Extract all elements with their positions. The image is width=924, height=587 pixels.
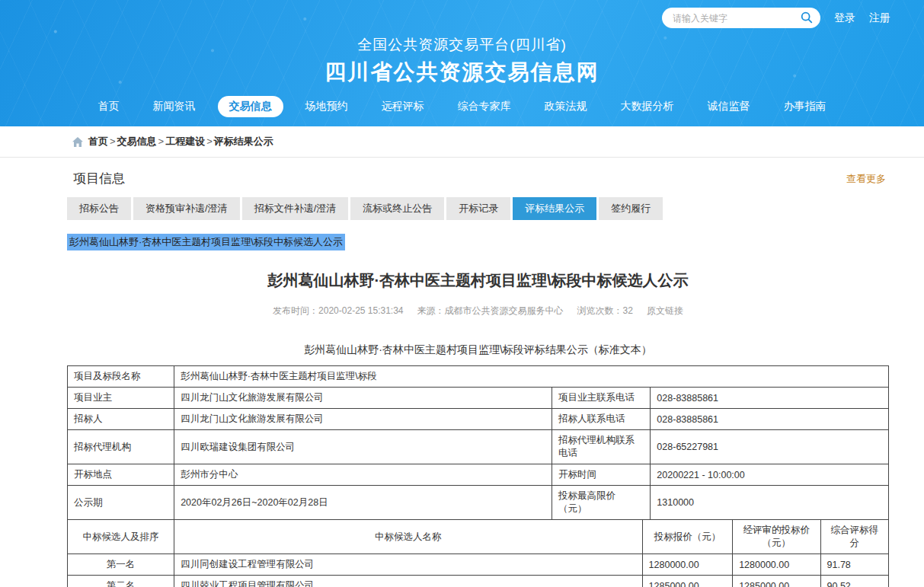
table-cell: 投标报价（元） [642, 520, 733, 554]
table-cell: 2020年02月26日~2020年02月28日 [174, 486, 552, 520]
search-input[interactable] [673, 13, 798, 24]
breadcrumb-items: 首页>交易信息>工程建设>评标结果公示 [88, 135, 273, 148]
table-cell: 经评审的投标价（元） [733, 520, 820, 554]
tab-bar: 招标公告资格预审补遗/澄清招标文件补遗/澄清流标或终止公告开标记录评标结果公示签… [67, 197, 889, 220]
breadcrumb-item-2[interactable]: 交易信息 [117, 136, 157, 147]
nav-item-4[interactable]: 场地预约 [294, 96, 360, 117]
nav-item-10[interactable]: 办事指南 [772, 96, 838, 117]
table-cell: 028-83885861 [651, 409, 889, 430]
table-row-9: 第二名四川兢业工程项目管理有限公司1285000.001285000.0090.… [68, 576, 889, 587]
table-cell: 彭州葛仙山林野·杏林中医主题村项目监理\标段 [174, 366, 889, 388]
table-cell: 四川欧瑞建设集团有限公司 [174, 430, 552, 464]
nav-item-9[interactable]: 诚信监督 [696, 96, 762, 117]
table-cell: 四川龙门山文化旅游发展有限公司 [174, 388, 552, 409]
platform-title: 全国公共资源交易平台(四川省) [0, 35, 924, 55]
table-cell: 第二名 [68, 576, 174, 587]
header-top: 登录 注册 [0, 0, 924, 28]
table-cell: 彭州市分中心 [174, 464, 552, 486]
breadcrumb-separator: > [158, 136, 165, 147]
login-link[interactable]: 登录 [834, 11, 855, 25]
table-row-6: 公示期2020年02月26日~2020年02月28日投标最高限价（元）13100… [68, 486, 889, 520]
table-cell: 1280000.00 [733, 554, 820, 576]
breadcrumb-item-3[interactable]: 工程建设 [165, 136, 205, 147]
table-cell: 028-65227981 [651, 430, 889, 464]
breadcrumb: 首页>交易信息>工程建设>评标结果公示 [0, 126, 924, 158]
article-meta: 发布时间：2020-02-25 15:31:34来源：成都市公共资源交易服务中心… [67, 305, 889, 317]
site-header: 登录 注册 全国公共资源交易平台(四川省) 四川省公共资源交易信息网 首页新闻资… [0, 0, 924, 126]
breadcrumb-separator: > [110, 136, 116, 147]
table-cell: 中标候选人及排序 [68, 520, 174, 554]
view-more-link[interactable]: 查看更多 [846, 172, 886, 186]
breadcrumb-separator: > [206, 136, 213, 147]
breadcrumb-item-4[interactable]: 评标结果公示 [214, 136, 273, 147]
table-cell: 20200221 - 10:00:00 [651, 464, 889, 486]
table-row-7: 中标候选人及排序中标候选人名称投标报价（元）经评审的投标价（元）综合评标得分 [68, 520, 889, 554]
table-cell: 四川龙门山文化旅游发展有限公司 [174, 409, 552, 430]
table-row-8: 第一名四川同创建设工程管理有限公司1280000.001280000.0091.… [68, 554, 889, 576]
table-title: 彭州葛仙山林野·杏林中医主题村项目监理\标段评标结果公示（标准文本） [67, 343, 889, 357]
table-cell: 90.52 [820, 576, 889, 587]
table-cell: 项目业主联系电话 [552, 388, 651, 409]
table-cell: 1285000.00 [642, 576, 733, 587]
table-cell: 1285000.00 [733, 576, 820, 587]
table-cell: 招标代理机构 [68, 430, 174, 464]
table-cell: 开标时间 [552, 464, 651, 486]
meta-item-1: 发布时间：2020-02-25 15:31:34 [273, 305, 403, 316]
table-cell: 中标候选人名称 [174, 520, 642, 554]
nav-item-6[interactable]: 综合专家库 [446, 96, 523, 117]
table-cell: 项目业主 [68, 388, 174, 409]
table-cell: 招标人联系电话 [552, 409, 651, 430]
table-cell: 028-83885861 [651, 388, 889, 409]
table-row-5: 开标地点彭州市分中心开标时间20200221 - 10:00:00 [68, 464, 889, 486]
table-cell: 项目及标段名称 [68, 366, 174, 388]
table-cell: 91.78 [820, 554, 889, 576]
meta-item-3: 浏览次数：32 [577, 305, 633, 316]
home-icon[interactable] [72, 136, 84, 148]
main-nav: 首页新闻资讯交易信息场地预约远程评标综合专家库政策法规大数据分析诚信监督办事指南 [0, 96, 924, 117]
table-cell: 1280000.00 [642, 554, 733, 576]
original-link[interactable]: 原文链接 [647, 305, 683, 316]
table-cell: 四川同创建设工程管理有限公司 [174, 554, 642, 576]
table-row-2: 项目业主四川龙门山文化旅游发展有限公司项目业主联系电话028-83885861 [68, 388, 889, 409]
nav-item-2[interactable]: 新闻资讯 [142, 96, 207, 117]
tab-1[interactable]: 招标公告 [67, 197, 131, 220]
page-title: 项目信息 [73, 170, 125, 187]
table-row-4: 招标代理机构四川欧瑞建设集团有限公司招标代理机构联系电话028-65227981 [68, 430, 889, 464]
nav-item-7[interactable]: 政策法规 [533, 96, 599, 117]
table-cell: 招标人 [68, 409, 174, 430]
main-content: 项目信息 查看更多 招标公告资格预审补遗/澄清招标文件补遗/澄清流标或终止公告开… [67, 170, 889, 587]
selected-announcement-item[interactable]: 彭州葛仙山林野·杏林中医主题村项目监理\标段中标候选人公示 [67, 234, 345, 250]
table-row-1: 项目及标段名称彭州葛仙山林野·杏林中医主题村项目监理\标段 [68, 366, 889, 388]
table-row-3: 招标人四川龙门山文化旅游发展有限公司招标人联系电话028-83885861 [68, 409, 889, 430]
tab-3[interactable]: 招标文件补遗/澄清 [242, 197, 349, 220]
meta-item-2: 来源：成都市公共资源交易服务中心 [417, 305, 564, 316]
table-cell: 投标最高限价（元） [552, 486, 651, 520]
site-title: 四川省公共资源交易信息网 [0, 58, 924, 87]
table-cell: 综合评标得分 [820, 520, 889, 554]
table-cell: 第一名 [68, 554, 174, 576]
table-cell: 四川兢业工程项目管理有限公司 [174, 576, 642, 587]
tab-7[interactable]: 签约履行 [599, 197, 663, 220]
tab-5[interactable]: 开标记录 [446, 197, 510, 220]
tab-4[interactable]: 流标或终止公告 [350, 197, 444, 220]
tab-6[interactable]: 评标结果公示 [513, 197, 596, 220]
nav-item-3[interactable]: 交易信息 [218, 96, 283, 117]
table-cell: 开标地点 [68, 464, 174, 486]
table-cell: 1310000 [651, 486, 889, 520]
breadcrumb-item-1[interactable]: 首页 [88, 136, 108, 147]
search-icon[interactable] [800, 11, 814, 24]
result-table: 项目及标段名称彭州葛仙山林野·杏林中医主题村项目监理\标段项目业主四川龙门山文化… [67, 365, 889, 587]
nav-item-8[interactable]: 大数据分析 [609, 96, 686, 117]
tab-2[interactable]: 资格预审补遗/澄清 [133, 197, 240, 220]
table-cell: 公示期 [68, 486, 174, 520]
table-cell: 招标代理机构联系电话 [552, 430, 651, 464]
register-link[interactable]: 注册 [869, 11, 890, 25]
search-box [662, 8, 820, 28]
nav-item-1[interactable]: 首页 [87, 96, 131, 117]
article-title: 彭州葛仙山林野·杏林中医主题村项目监理\标段中标候选人公示 [67, 270, 889, 291]
nav-item-5[interactable]: 远程评标 [370, 96, 436, 117]
section-head: 项目信息 查看更多 [67, 170, 889, 187]
